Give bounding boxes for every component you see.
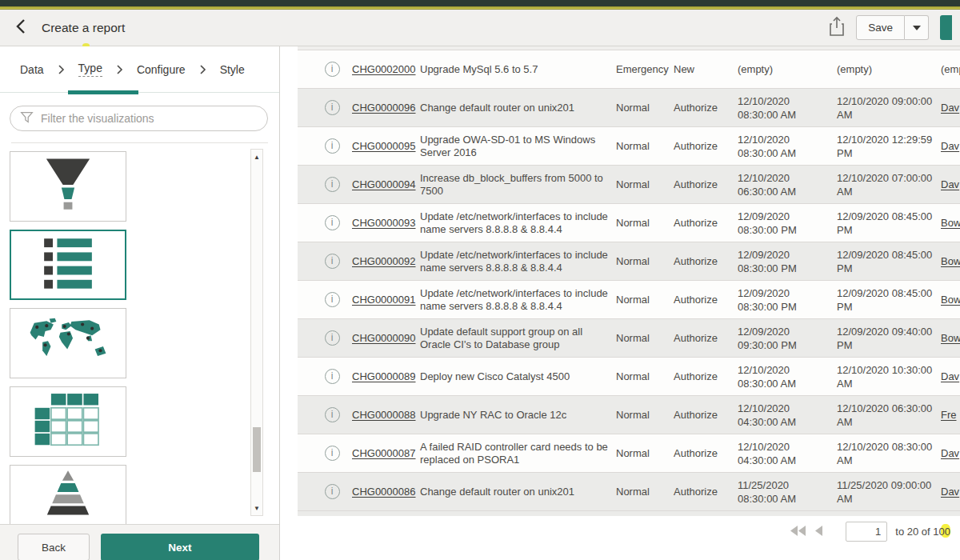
clipped-primary-button[interactable] bbox=[940, 15, 952, 40]
record-number-link[interactable]: CHG0000088 bbox=[352, 409, 416, 421]
scroll-down-arrow-icon[interactable]: ▼ bbox=[251, 502, 262, 514]
back-arrow-button[interactable] bbox=[14, 18, 27, 38]
short-description-cell: Update default support group on all Orac… bbox=[420, 326, 616, 351]
assigned-to-link[interactable]: Dav bbox=[941, 447, 959, 459]
state-cell: Authorize bbox=[674, 447, 738, 459]
funnel-chart-icon bbox=[23, 154, 113, 218]
state-cell: Authorize bbox=[674, 255, 738, 267]
end-date-cell: 12/09/2020 08:45:00 PM bbox=[837, 210, 941, 237]
save-button[interactable]: Save bbox=[856, 15, 905, 40]
share-button[interactable] bbox=[829, 16, 845, 39]
assigned-to-cell: Bow bbox=[941, 332, 960, 344]
record-number-link[interactable]: CHG0000086 bbox=[352, 486, 416, 498]
filter-visualizations-input[interactable] bbox=[41, 112, 258, 125]
info-icon[interactable]: i bbox=[325, 484, 340, 499]
info-icon[interactable]: i bbox=[325, 330, 340, 346]
info-cell: i bbox=[312, 138, 352, 154]
info-cell: i bbox=[312, 100, 352, 115]
info-icon[interactable]: i bbox=[325, 254, 340, 269]
viz-option-funnel[interactable] bbox=[10, 151, 126, 222]
viz-option-pyramid[interactable] bbox=[10, 465, 126, 524]
start-date-cell: 11/25/2020 08:30:00 AM bbox=[738, 478, 837, 506]
assigned-to-link[interactable]: Dav bbox=[941, 140, 959, 152]
info-icon[interactable]: i bbox=[325, 62, 340, 77]
record-number-link[interactable]: CHG0000094 bbox=[352, 178, 416, 190]
start-date-cell: 12/09/2020 08:30:00 PM bbox=[738, 210, 837, 237]
caret-down-icon bbox=[913, 26, 921, 30]
record-number-link[interactable]: CHG0000095 bbox=[352, 140, 416, 152]
record-number-link[interactable]: CHG0000096 bbox=[352, 102, 416, 114]
wizard-step-configure[interactable]: Configure bbox=[137, 63, 186, 76]
next-button[interactable]: Next bbox=[101, 534, 259, 560]
assigned-to-link[interactable]: Dav bbox=[941, 486, 959, 498]
short-description-cell: Upgrade NY RAC to Oracle 12c bbox=[420, 409, 616, 422]
record-number-link[interactable]: CHG0000092 bbox=[352, 255, 416, 267]
assigned-to-cell: Dav bbox=[941, 370, 960, 382]
table-row: iCHG0000086Change default router on unix… bbox=[298, 473, 960, 511]
app-header: Create a report Save bbox=[0, 10, 960, 46]
scroll-up-arrow-icon[interactable]: ▲ bbox=[251, 151, 262, 162]
record-number-link[interactable]: CHG0002000 bbox=[352, 63, 416, 75]
wizard-step-style[interactable]: Style bbox=[220, 63, 245, 76]
previous-page-button[interactable] bbox=[814, 526, 823, 538]
info-icon[interactable]: i bbox=[325, 407, 340, 422]
number-cell: CHG0000091 bbox=[352, 294, 420, 306]
info-icon[interactable]: i bbox=[325, 100, 340, 115]
first-page-button[interactable] bbox=[790, 526, 806, 538]
assigned-to-cell: (empty) bbox=[941, 63, 960, 75]
info-icon[interactable]: i bbox=[325, 177, 340, 192]
state-cell: New bbox=[674, 63, 738, 75]
chevron-right-icon bbox=[116, 64, 123, 75]
priority-cell: Normal bbox=[616, 178, 674, 190]
viz-option-heatmap[interactable] bbox=[10, 386, 126, 457]
assigned-to-link[interactable]: Dav bbox=[941, 102, 959, 114]
table-row: iCHG0000089Deploy new Cisco Catalyst 450… bbox=[298, 358, 960, 396]
record-number-link[interactable]: CHG0000087 bbox=[352, 447, 416, 459]
assigned-to-link[interactable]: Bow bbox=[941, 332, 960, 344]
table-row: iCHG0000088Upgrade NY RAC to Oracle 12cN… bbox=[298, 396, 960, 434]
assigned-to-link[interactable]: Fre bbox=[941, 409, 957, 421]
priority-cell: Normal bbox=[616, 447, 674, 459]
short-description-cell: Deploy new Cisco Catalyst 4500 bbox=[420, 370, 616, 383]
assigned-to-link[interactable]: Bow bbox=[941, 255, 960, 267]
record-number-link[interactable]: CHG0000093 bbox=[352, 217, 416, 229]
assigned-to-cell: Fre bbox=[941, 409, 960, 421]
info-cell: i bbox=[312, 62, 352, 77]
start-date-cell: 12/10/2020 04:30:00 AM bbox=[738, 402, 837, 429]
save-menu-button[interactable] bbox=[905, 15, 929, 40]
start-date-cell: 12/10/2020 06:30:00 AM bbox=[738, 171, 837, 198]
number-cell: CHG0000086 bbox=[352, 486, 420, 498]
back-button[interactable]: Back bbox=[18, 534, 90, 560]
info-icon[interactable]: i bbox=[325, 446, 340, 461]
assigned-to-link[interactable]: Bow bbox=[941, 217, 960, 229]
assigned-to-link[interactable]: Bow bbox=[941, 294, 960, 306]
wizard-step-type[interactable]: Type bbox=[78, 62, 102, 77]
page-number-input[interactable] bbox=[846, 522, 887, 542]
info-icon[interactable]: i bbox=[325, 138, 340, 154]
report-preview-area: iCHG0002000Upgrade MySql 5.6 to 5.7Emerg… bbox=[280, 46, 960, 560]
end-date-cell: 12/10/2020 08:30:00 AM bbox=[837, 440, 941, 467]
short-description-cell: A failed RAID controller card needs to b… bbox=[420, 441, 616, 466]
record-number-link[interactable]: CHG0000089 bbox=[352, 370, 416, 382]
record-number-link[interactable]: CHG0000090 bbox=[352, 332, 416, 344]
state-cell: Authorize bbox=[674, 217, 738, 229]
start-date-cell: 12/10/2020 08:30:00 AM bbox=[738, 363, 837, 390]
viz-scrollbar[interactable]: ▲ ▼ bbox=[250, 149, 263, 516]
scrollbar-thumb[interactable] bbox=[253, 427, 261, 472]
wizard-step-data[interactable]: Data bbox=[20, 63, 44, 76]
viz-option-list[interactable] bbox=[10, 230, 126, 300]
viz-option-map[interactable] bbox=[10, 308, 126, 378]
info-icon[interactable]: i bbox=[325, 215, 340, 230]
table-row: iCHG0000087A failed RAID controller card… bbox=[298, 434, 960, 473]
info-icon[interactable]: i bbox=[325, 292, 340, 307]
end-date-cell: 12/10/2020 10:30:00 AM bbox=[837, 363, 941, 390]
record-number-link[interactable]: CHG0000091 bbox=[352, 294, 416, 306]
assigned-to-cell: Bow bbox=[941, 255, 960, 267]
info-icon[interactable]: i bbox=[325, 369, 340, 384]
save-split-button: Save bbox=[856, 15, 929, 40]
info-cell: i bbox=[312, 254, 352, 269]
number-cell: CHG0000088 bbox=[352, 409, 420, 421]
assigned-to-link[interactable]: Dav bbox=[941, 370, 959, 382]
assigned-to-link[interactable]: Dav bbox=[941, 178, 959, 190]
end-date-cell: 12/10/2020 12:29:59 PM bbox=[837, 133, 941, 160]
